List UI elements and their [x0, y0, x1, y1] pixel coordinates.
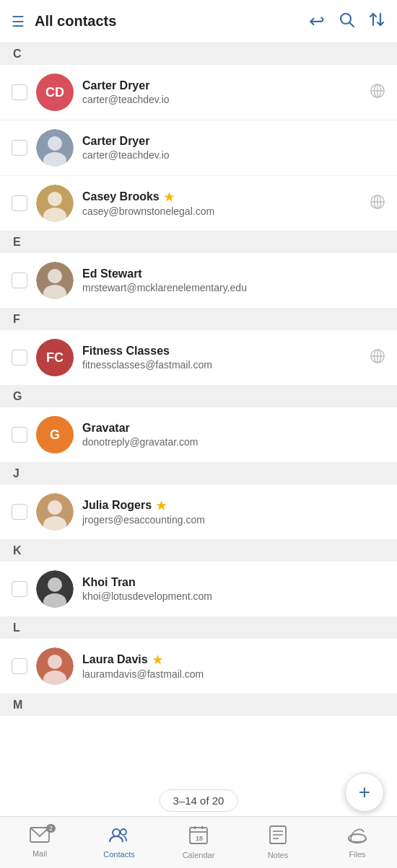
- contact-row[interactable]: GGravatardonotreply@gravatar.com: [0, 407, 397, 463]
- contact-row[interactable]: Julia Rogers★jrogers@esaccounting.com: [0, 484, 397, 540]
- contact-checkbox[interactable]: [12, 658, 27, 674]
- svg-point-35: [113, 829, 120, 836]
- section-l: L: [0, 617, 397, 639]
- svg-line-1: [350, 22, 354, 27]
- contact-email: fitnessclasses@fastmail.com: [82, 359, 361, 371]
- contacts-nav-icon: [109, 826, 129, 848]
- search-icon[interactable]: [338, 11, 355, 32]
- contact-info: Julia Rogers★jrogers@esaccounting.com: [82, 499, 385, 526]
- header-actions: ↩: [309, 10, 385, 32]
- contact-info: Ed Stewartmrstewart@mcklarenelementary.e…: [82, 267, 385, 293]
- contact-info: Carter Dryercarter@teachdev.io: [82, 135, 385, 161]
- contact-checkbox[interactable]: [12, 273, 27, 288]
- contact-checkbox[interactable]: [12, 581, 27, 597]
- nav-item-contacts[interactable]: Contacts: [79, 826, 159, 859]
- fab-plus-icon: +: [359, 781, 370, 804]
- globe-icon: [370, 194, 385, 213]
- section-m: M: [0, 694, 397, 716]
- nav-item-notes[interactable]: Notes: [238, 825, 318, 859]
- header: ☰ All contacts ↩: [0, 0, 397, 43]
- nav-item-calendar[interactable]: 18 Calendar: [159, 825, 238, 859]
- contact-avatar: [36, 493, 74, 531]
- section-f: F: [0, 309, 397, 330]
- section-k: K: [0, 540, 397, 562]
- svg-point-19: [48, 269, 62, 283]
- contact-email: lauramdavis@fastmail.com: [82, 668, 385, 680]
- page-title: All contacts: [35, 13, 309, 30]
- nav-item-files[interactable]: Files: [318, 826, 397, 859]
- contact-checkbox[interactable]: [12, 140, 27, 156]
- mail-badge: 2: [46, 824, 56, 833]
- contact-info: Carter Dryercarter@teachdev.io: [82, 79, 361, 105]
- star-icon: ★: [156, 499, 166, 513]
- svg-point-32: [48, 655, 62, 669]
- svg-text:18: 18: [196, 835, 203, 842]
- nav-item-mail[interactable]: 2Mail: [0, 827, 79, 858]
- contact-row[interactable]: Ed Stewartmrstewart@mcklarenelementary.e…: [0, 253, 397, 309]
- contact-email: casey@brownstonelegal.com: [82, 205, 361, 217]
- globe-icon: [370, 348, 385, 368]
- pagination-badge: 3–14 of 20: [160, 789, 238, 812]
- contacts-nav-label: Contacts: [103, 850, 134, 859]
- contact-email: jrogers@esaccounting.com: [82, 514, 385, 526]
- contact-name: Fitness Classes: [82, 345, 361, 358]
- files-nav-label: Files: [349, 850, 365, 859]
- menu-icon[interactable]: ☰: [12, 13, 25, 30]
- contact-checkbox[interactable]: [12, 350, 27, 366]
- contact-checkbox[interactable]: [12, 195, 27, 211]
- contact-avatar: FC: [36, 339, 74, 376]
- contact-info: Gravatardonotreply@gravatar.com: [82, 422, 385, 448]
- contact-checkbox[interactable]: [12, 504, 27, 520]
- svg-point-26: [48, 500, 62, 515]
- mail-nav-icon: 2: [30, 827, 50, 847]
- section-j: J: [0, 463, 397, 484]
- contact-row[interactable]: Casey Brooks★casey@brownstonelegal.com: [0, 176, 397, 231]
- contact-row[interactable]: Laura Davis★lauramdavis@fastmail.com: [0, 639, 397, 694]
- section-c: C: [0, 43, 397, 65]
- contact-info: Laura Davis★lauramdavis@fastmail.com: [82, 653, 385, 680]
- contact-row[interactable]: Khoi Trankhoi@lotusdevelopment.com: [0, 562, 397, 617]
- contact-row[interactable]: FCFitness Classesfitnessclasses@fastmail…: [0, 330, 397, 386]
- contact-email: carter@teachdev.io: [82, 94, 361, 105]
- contact-info: Khoi Trankhoi@lotusdevelopment.com: [82, 576, 385, 602]
- contact-avatar: [36, 570, 74, 608]
- contact-email: mrstewart@mcklarenelementary.edu: [82, 282, 385, 293]
- contact-list: CCDCarter Dryercarter@teachdev.io Carter…: [0, 43, 397, 716]
- contact-avatar: [36, 129, 74, 167]
- bottom-nav: 2Mail Contacts 18 Calendar Notes Files: [0, 816, 397, 868]
- contact-avatar: [36, 185, 74, 222]
- contact-info: Fitness Classesfitnessclasses@fastmail.c…: [82, 345, 361, 371]
- svg-point-9: [48, 136, 62, 151]
- contact-name: Casey Brooks★: [82, 190, 361, 204]
- contact-row[interactable]: Carter Dryercarter@teachdev.io: [0, 120, 397, 176]
- svg-point-36: [121, 829, 126, 835]
- contact-avatar: CD: [36, 74, 74, 111]
- files-nav-icon: [347, 826, 367, 848]
- star-icon: ★: [152, 653, 162, 667]
- calendar-nav-icon: 18: [189, 825, 208, 849]
- contact-name: Gravatar: [82, 422, 385, 435]
- contact-avatar: [36, 647, 74, 685]
- contact-row[interactable]: CDCarter Dryercarter@teachdev.io: [0, 65, 397, 120]
- contact-checkbox[interactable]: [12, 84, 27, 100]
- svg-point-29: [48, 577, 62, 592]
- contact-name: Laura Davis★: [82, 653, 385, 667]
- section-g: G: [0, 386, 397, 407]
- calendar-nav-label: Calendar: [183, 851, 215, 859]
- contact-email: khoi@lotusdevelopment.com: [82, 590, 385, 602]
- notes-nav-label: Notes: [268, 851, 289, 859]
- contact-name: Ed Stewart: [82, 267, 385, 280]
- contact-avatar: G: [36, 416, 74, 453]
- contact-info: Casey Brooks★casey@brownstonelegal.com: [82, 190, 361, 217]
- pagination-text: 3–14 of 20: [173, 794, 224, 807]
- add-contact-fab[interactable]: +: [345, 773, 384, 812]
- contact-avatar: [36, 262, 74, 299]
- star-icon: ★: [164, 190, 174, 204]
- back-icon[interactable]: ↩: [309, 10, 325, 32]
- contact-name: Carter Dryer: [82, 135, 385, 148]
- contact-checkbox[interactable]: [12, 427, 27, 443]
- contact-name: Khoi Tran: [82, 576, 385, 589]
- contact-email: carter@teachdev.io: [82, 149, 385, 161]
- notes-nav-icon: [269, 825, 287, 849]
- sort-icon[interactable]: [368, 11, 385, 32]
